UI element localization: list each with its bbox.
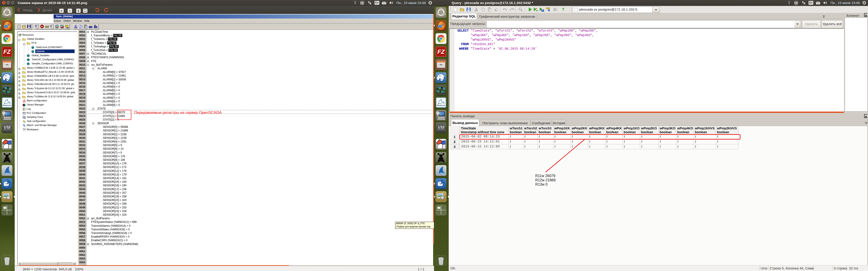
svg-text:?: ?: [562, 7, 564, 12]
svg-text:GS: GS: [536, 10, 538, 12]
svg-text:P: P: [536, 8, 537, 10]
svg-text:ST: ST: [41, 26, 43, 27]
